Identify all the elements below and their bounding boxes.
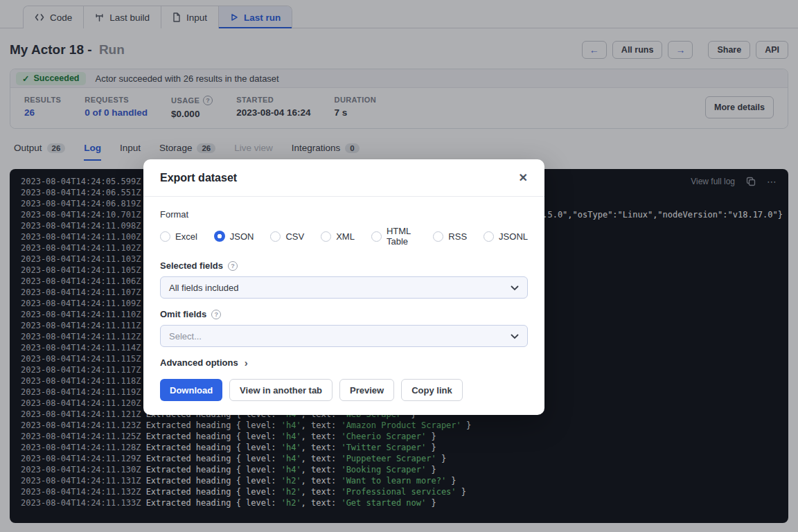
format-radio-xml[interactable]: XML <box>321 226 355 247</box>
selected-fields-label-row: Selected fields ? <box>160 260 528 271</box>
help-icon[interactable]: ? <box>211 310 221 319</box>
chevron-right-icon: › <box>245 357 248 368</box>
advanced-options-toggle[interactable]: Advanced options › <box>160 357 528 368</box>
download-button[interactable]: Download <box>160 379 222 401</box>
modal-body: Format ExcelJSONCSVXMLHTML TableRSSJSONL… <box>143 197 544 415</box>
selected-fields-value: All fields included <box>169 283 238 293</box>
modal-header: Export dataset ✕ <box>143 159 544 197</box>
advanced-options-label: Advanced options <box>160 357 238 368</box>
radio-dot <box>160 231 170 242</box>
selected-fields-dropdown[interactable]: All fields included <box>160 276 528 299</box>
radio-dot <box>270 231 281 242</box>
view-in-another-tab-button[interactable]: View in another tab <box>229 379 332 401</box>
omit-fields-placeholder: Select... <box>169 331 202 342</box>
help-icon[interactable]: ? <box>228 261 238 271</box>
close-icon[interactable]: ✕ <box>519 171 528 184</box>
omit-fields-dropdown[interactable]: Select... <box>160 325 528 347</box>
omit-fields-label-row: Omit fields ? <box>160 309 528 319</box>
format-label: Format <box>160 209 528 220</box>
radio-dot <box>371 231 382 242</box>
chevron-down-icon <box>511 331 519 342</box>
format-radio-label: RSS <box>448 231 467 242</box>
format-radio-excel[interactable]: Excel <box>160 226 197 247</box>
format-radio-label: XML <box>336 231 355 242</box>
format-radio-html-table[interactable]: HTML Table <box>371 226 416 247</box>
format-radio-jsonl[interactable]: JSONL <box>484 226 528 247</box>
format-radio-rss[interactable]: RSS <box>433 226 467 247</box>
omit-fields-label: Omit fields <box>160 309 206 319</box>
modal-actions: Download View in another tab Preview Cop… <box>160 379 528 401</box>
format-radio-label: Excel <box>175 231 197 242</box>
format-radio-json[interactable]: JSON <box>214 226 254 247</box>
preview-button[interactable]: Preview <box>339 379 394 401</box>
format-radio-label: JSONL <box>499 231 528 242</box>
chevron-down-icon <box>511 283 519 293</box>
export-dataset-modal: Export dataset ✕ Format ExcelJSONCSVXMLH… <box>143 159 544 415</box>
format-radio-label: HTML Table <box>387 226 416 247</box>
format-radio-csv[interactable]: CSV <box>270 226 304 247</box>
format-radio-label: JSON <box>230 231 254 242</box>
copy-link-button[interactable]: Copy link <box>401 379 463 401</box>
radio-dot <box>214 231 225 242</box>
radio-dot <box>484 231 494 242</box>
radio-dot <box>433 231 443 242</box>
format-radio-group: ExcelJSONCSVXMLHTML TableRSSJSONL <box>160 226 528 247</box>
modal-title: Export dataset <box>160 172 237 184</box>
selected-fields-label: Selected fields <box>160 260 223 271</box>
format-radio-label: CSV <box>285 231 304 242</box>
radio-dot <box>321 231 331 242</box>
